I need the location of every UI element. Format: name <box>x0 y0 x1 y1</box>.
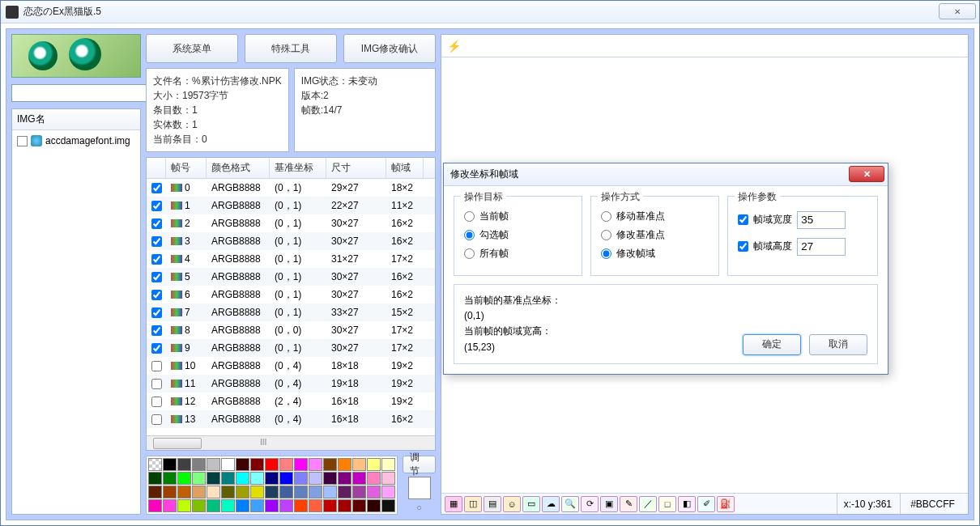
img-confirm-button[interactable]: IMG修改确认 <box>343 34 436 63</box>
color-swatch[interactable] <box>323 472 337 485</box>
color-swatch[interactable] <box>309 486 322 498</box>
tool-screen-icon[interactable]: ▭ <box>522 496 540 512</box>
color-swatch[interactable] <box>221 472 235 485</box>
color-swatch[interactable] <box>381 458 395 471</box>
color-swatch[interactable] <box>338 499 352 512</box>
color-swatch[interactable] <box>338 486 352 498</box>
table-row[interactable]: 5ARGB8888(0，1)30×2716×2 <box>147 268 435 286</box>
color-swatch[interactable] <box>163 499 177 512</box>
row-checkbox[interactable] <box>151 236 162 247</box>
th-base[interactable]: 基准坐标 <box>270 158 326 178</box>
tool-zoom-icon[interactable]: 🔍 <box>561 496 579 512</box>
system-menu-button[interactable]: 系统菜单 <box>146 34 238 63</box>
color-swatch[interactable] <box>177 486 191 498</box>
color-swatch[interactable] <box>207 486 220 498</box>
list-item[interactable]: accdamagefont.img <box>17 134 135 148</box>
row-checkbox[interactable] <box>151 414 162 425</box>
th-idx[interactable]: 帧号 <box>166 158 207 178</box>
table-row[interactable]: 8ARGB8888(0，0)30×2717×2 <box>147 321 435 339</box>
tool-picker-icon[interactable]: ✐ <box>697 496 715 512</box>
color-swatch[interactable] <box>279 458 293 471</box>
color-swatch[interactable] <box>338 472 352 485</box>
color-swatch[interactable] <box>265 486 279 498</box>
row-checkbox[interactable] <box>151 397 162 407</box>
color-swatch[interactable] <box>352 472 366 485</box>
color-swatch[interactable] <box>323 499 337 512</box>
color-swatch[interactable] <box>338 458 352 471</box>
row-checkbox[interactable] <box>151 325 162 336</box>
table-row[interactable]: 9ARGB8888(0，1)30×2717×2 <box>147 339 435 357</box>
color-swatch[interactable] <box>381 499 395 512</box>
checkbox-icon[interactable] <box>17 136 28 146</box>
tool-film-icon[interactable]: ▤ <box>484 496 501 512</box>
color-swatch[interactable] <box>265 458 279 471</box>
canvas-area[interactable]: 修改坐标和帧域 ✕ 操作目标 当前帧 勾选帧 所有帧 <box>441 57 968 493</box>
table-row[interactable]: 7ARGB8888(0，1)33×2715×2 <box>147 303 435 321</box>
radio-current-frame[interactable]: 当前帧 <box>464 210 572 223</box>
row-checkbox[interactable] <box>151 201 162 211</box>
color-swatch[interactable] <box>250 458 264 471</box>
color-swatch[interactable] <box>148 472 162 485</box>
color-swatch[interactable] <box>192 499 206 512</box>
tool-palette-icon[interactable]: ◫ <box>464 496 482 512</box>
row-checkbox[interactable] <box>151 218 162 229</box>
tool-line-icon[interactable]: ／ <box>639 496 657 512</box>
color-swatch[interactable] <box>148 499 162 512</box>
color-swatch[interactable] <box>221 458 235 471</box>
dialog-close-button[interactable]: ✕ <box>849 166 884 182</box>
tool-crop-icon[interactable]: ▣ <box>600 496 618 512</box>
row-checkbox[interactable] <box>151 343 162 354</box>
color-swatch[interactable] <box>221 486 235 498</box>
color-swatch[interactable] <box>207 458 220 471</box>
table-row[interactable]: 13ARGB8888(0，4)16×1816×2 <box>147 410 435 428</box>
color-swatch[interactable] <box>352 499 366 512</box>
color-swatch[interactable] <box>367 458 381 471</box>
scrollbar-thumb[interactable] <box>153 438 202 449</box>
table-body[interactable]: 0ARGB8888(0，1)29×2718×21ARGB8888(0，1)22×… <box>147 179 435 435</box>
color-swatch[interactable] <box>279 486 293 498</box>
row-checkbox[interactable] <box>151 308 162 318</box>
special-tool-button[interactable]: 特殊工具 <box>245 34 337 63</box>
table-row[interactable]: 11ARGB8888(0，4)19×1819×2 <box>147 375 435 392</box>
check-height[interactable]: 帧域高度 <box>738 240 792 253</box>
radio-modify-domain[interactable]: 修改帧域 <box>601 247 709 261</box>
color-swatch[interactable] <box>279 472 293 485</box>
color-swatch[interactable] <box>309 472 322 485</box>
table-row[interactable]: 12ARGB8888(2，4)16×1819×2 <box>147 392 435 410</box>
table-row[interactable]: 3ARGB8888(0，1)30×2716×2 <box>147 232 435 250</box>
dialog-titlebar[interactable]: 修改坐标和帧域 ✕ <box>444 163 888 186</box>
color-swatch[interactable] <box>236 486 249 498</box>
search-input[interactable] <box>11 84 156 102</box>
tool-grid-icon[interactable]: ▦ <box>445 496 462 512</box>
row-checkbox[interactable] <box>151 272 162 282</box>
height-input[interactable] <box>797 238 846 256</box>
color-swatch[interactable] <box>163 472 177 485</box>
tool-eraser-icon[interactable]: ◧ <box>678 496 696 512</box>
table-row[interactable]: 0ARGB8888(0，1)29×2718×2 <box>147 179 435 197</box>
color-swatch[interactable] <box>207 472 220 485</box>
radio-move-base[interactable]: 移动基准点 <box>601 210 709 223</box>
tool-cat-icon[interactable]: ☺ <box>503 496 521 512</box>
color-palette[interactable] <box>146 456 398 515</box>
titlebar[interactable]: 恋恋のEx黑猫版.5 ✕ <box>1 1 979 23</box>
color-swatch[interactable] <box>177 499 191 512</box>
th-fmt[interactable]: 颜色格式 <box>207 158 270 178</box>
radio-modify-base[interactable]: 修改基准点 <box>601 228 709 242</box>
color-swatch[interactable] <box>381 472 395 485</box>
row-checkbox[interactable] <box>151 183 162 193</box>
color-swatch[interactable] <box>294 486 308 498</box>
th-dim[interactable]: 尺寸 <box>326 158 386 178</box>
color-swatch[interactable] <box>294 458 308 471</box>
check-width[interactable]: 帧域宽度 <box>738 213 792 227</box>
color-swatch[interactable] <box>294 499 308 512</box>
radio-checked-frames[interactable]: 勾选帧 <box>464 228 572 242</box>
color-swatch[interactable] <box>250 499 264 512</box>
color-swatch[interactable] <box>323 458 337 471</box>
color-swatch[interactable] <box>352 458 366 471</box>
cancel-button[interactable]: 取消 <box>809 334 867 355</box>
color-swatch[interactable] <box>177 458 191 471</box>
color-swatch[interactable] <box>148 458 162 471</box>
color-swatch[interactable] <box>250 486 264 498</box>
color-swatch[interactable] <box>309 499 322 512</box>
table-row[interactable]: 1ARGB8888(0，1)22×2711×2 <box>147 197 435 214</box>
